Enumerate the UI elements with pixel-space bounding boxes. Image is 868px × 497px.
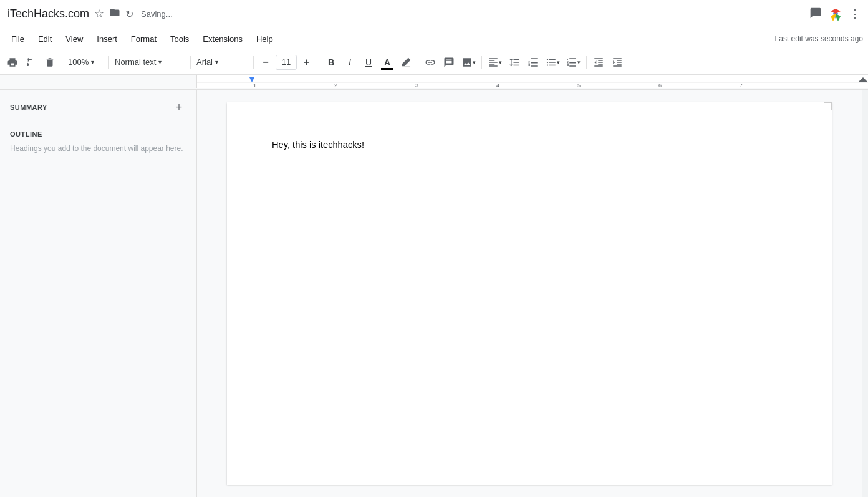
divider-1: [62, 56, 62, 69]
align-button[interactable]: ▾: [485, 54, 504, 71]
ruler-left: [0, 75, 197, 88]
text-color-indicator: [381, 68, 393, 70]
zoom-value: 100%: [68, 57, 89, 67]
divider-7: [481, 56, 482, 69]
indent-decrease-button[interactable]: [590, 54, 607, 71]
svg-text:5: 5: [577, 82, 581, 89]
divider-5: [319, 56, 319, 69]
insert-image-button[interactable]: ▾: [459, 54, 478, 71]
divider-4: [253, 56, 254, 69]
underline-button[interactable]: U: [360, 54, 377, 71]
bullet-list-button[interactable]: ▾: [543, 54, 562, 71]
menu-file[interactable]: File: [5, 32, 31, 46]
right-icons: ⋮: [809, 5, 861, 22]
ruler: 1 2 3 4 5 6 7: [0, 75, 868, 90]
document-page[interactable]: Hey, this is itechhacks!: [227, 102, 832, 485]
paintformat-button[interactable]: [22, 54, 40, 71]
zoom-dropdown-icon: ▾: [91, 59, 94, 65]
document-area[interactable]: Hey, this is itechhacks!: [197, 90, 862, 497]
svg-text:3: 3: [415, 82, 418, 89]
sidebar: SUMMARY + OUTLINE Headings you add to th…: [0, 90, 197, 497]
menu-edit[interactable]: Edit: [32, 32, 58, 46]
highlight-button[interactable]: [397, 54, 415, 71]
print-button[interactable]: [4, 54, 21, 71]
svg-text:2: 2: [334, 82, 337, 89]
sidebar-add-button[interactable]: +: [171, 100, 186, 115]
svg-text:1: 1: [253, 82, 256, 89]
indent-increase-button[interactable]: [609, 54, 626, 71]
toolbar: 100% ▾ Normal text ▾ Arial ▾ − + B I U A: [0, 50, 868, 75]
font-value: Arial: [196, 57, 213, 67]
zoom-select[interactable]: 100% ▾: [65, 54, 105, 71]
document-text[interactable]: Hey, this is itechhacks!: [272, 140, 787, 150]
svg-text:4: 4: [496, 82, 499, 89]
star-icon[interactable]: ☆: [94, 7, 104, 21]
menu-help[interactable]: Help: [250, 32, 279, 46]
add-comment-button[interactable]: [440, 54, 458, 71]
line-spacing-button[interactable]: [506, 54, 523, 71]
svg-text:6: 6: [658, 82, 662, 89]
doc-title[interactable]: iTechHacks.com: [7, 7, 89, 21]
google-icon[interactable]: [827, 5, 844, 22]
menu-tools[interactable]: Tools: [164, 32, 195, 46]
sidebar-summary-label: SUMMARY: [10, 104, 47, 111]
menu-view[interactable]: View: [59, 32, 89, 46]
document-content[interactable]: Hey, this is itechhacks!: [272, 140, 787, 150]
more-icon[interactable]: ⋮: [849, 7, 861, 21]
sidebar-summary-header: SUMMARY +: [10, 100, 186, 115]
menu-insert[interactable]: Insert: [90, 32, 123, 46]
text-color-button[interactable]: A: [379, 54, 396, 71]
sidebar-divider: [10, 120, 186, 120]
font-size-increase-button[interactable]: +: [298, 54, 316, 71]
comment-icon[interactable]: [809, 7, 822, 21]
checklist-button[interactable]: [524, 54, 542, 71]
sidebar-outline-label: OUTLINE: [10, 130, 186, 138]
menu-format[interactable]: Format: [125, 32, 163, 46]
style-dropdown-icon: ▾: [158, 59, 162, 65]
folder-icon[interactable]: [109, 7, 120, 21]
italic-button[interactable]: I: [341, 54, 359, 71]
menu-extensions[interactable]: Extensions: [196, 32, 249, 46]
svg-marker-2: [249, 77, 254, 82]
divider-2: [109, 56, 109, 69]
sidebar-outline-empty-text: Headings you add to the document will ap…: [10, 143, 186, 154]
style-value: Normal text: [115, 57, 156, 67]
ruler-right: 1 2 3 4 5 6 7: [197, 75, 868, 88]
svg-marker-10: [858, 77, 868, 82]
font-dropdown-icon: ▾: [215, 59, 218, 65]
saving-text: Saving...: [141, 9, 173, 19]
style-select[interactable]: Normal text ▾: [112, 54, 187, 71]
divider-6: [418, 56, 418, 69]
clear-formatting-button[interactable]: [41, 54, 59, 71]
font-select[interactable]: Arial ▾: [194, 54, 250, 71]
refresh-icon: ↻: [125, 8, 133, 20]
divider-3: [190, 56, 191, 69]
main-area: SUMMARY + OUTLINE Headings you add to th…: [0, 90, 868, 497]
font-size-input[interactable]: [276, 55, 297, 70]
link-button[interactable]: [422, 54, 439, 71]
divider-8: [586, 56, 587, 69]
bold-button[interactable]: B: [322, 54, 340, 71]
menu-bar: File Edit View Insert Format Tools Exten…: [0, 27, 868, 50]
title-bar: iTechHacks.com ☆ ↻ Saving... ⋮: [0, 0, 868, 27]
svg-text:7: 7: [740, 82, 743, 89]
last-edit-text: Last edit was seconds ago: [775, 34, 863, 43]
title-icons: ☆ ↻ Saving...: [94, 7, 173, 21]
numbered-list-button[interactable]: ▾: [564, 54, 583, 71]
page-border-indicator: [824, 102, 832, 110]
font-size-decrease-button[interactable]: −: [257, 54, 274, 71]
scrollbar-area[interactable]: [862, 90, 868, 497]
font-size-box: − +: [257, 54, 316, 71]
